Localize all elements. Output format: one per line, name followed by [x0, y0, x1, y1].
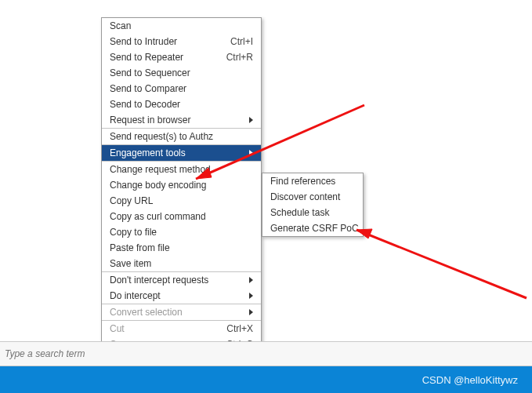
svg-line-2 [356, 230, 527, 298]
menu-item-label: Copy as curl command [110, 209, 206, 224]
submenu-item-label: Find references [270, 173, 335, 189]
menu-item-label: Convert selection [110, 304, 183, 320]
menu-item[interactable]: Do intercept [102, 288, 261, 304]
menu-item[interactable]: Send to IntruderCtrl+I [102, 34, 261, 49]
submenu-item-label: Generate CSRF PoC [270, 220, 359, 236]
menu-item-label: Send to Sequencer [110, 65, 190, 81]
submenu-arrow-icon [249, 150, 253, 156]
menu-item-label: Send request(s) to Authz [110, 129, 213, 144]
menu-item-shortcut: Ctrl+I [230, 34, 253, 49]
menu-item-label: Do intercept [110, 288, 161, 304]
menu-item-shortcut: Ctrl+R [226, 49, 253, 65]
menu-item[interactable]: Engagement tools [102, 145, 261, 161]
submenu-item[interactable]: Generate CSRF PoC [262, 220, 363, 236]
menu-item-shortcut: Ctrl+X [226, 321, 253, 337]
menu-item-label: Paste from file [110, 240, 170, 256]
menu-item: CutCtrl+X [102, 321, 261, 337]
submenu-arrow-icon [249, 309, 253, 315]
context-menu[interactable]: ScanSend to IntruderCtrl+ISend to Repeat… [101, 17, 262, 393]
menu-item-label: Send to Repeater [110, 49, 183, 65]
menu-item-label: Send to Comparer [110, 81, 186, 96]
menu-item[interactable]: Scan [102, 18, 261, 34]
menu-item-label: Request in browser [110, 112, 190, 128]
menu-item[interactable]: Send to Comparer [102, 81, 261, 96]
menu-item-label: Save item [110, 256, 151, 271]
menu-item[interactable]: Send to Decoder [102, 96, 261, 112]
menu-item[interactable]: Send request(s) to Authz [102, 129, 261, 144]
menu-item[interactable]: Send to RepeaterCtrl+R [102, 49, 261, 65]
submenu-item[interactable]: Discover content [262, 189, 363, 205]
submenu-item-label: Schedule task [270, 205, 329, 220]
watermark-text: CSDN @helloKittywz [422, 374, 518, 386]
search-bar [0, 341, 532, 366]
menu-item[interactable]: Save item [102, 256, 261, 271]
menu-item-label: Change request method [110, 162, 211, 177]
submenu-arrow-icon [249, 117, 253, 123]
menu-item: Convert selection [102, 304, 261, 320]
menu-item[interactable]: Paste from file [102, 240, 261, 256]
menu-item[interactable]: Copy URL [102, 193, 261, 209]
submenu-item[interactable]: Find references [262, 173, 363, 189]
bottom-area: CSDN @helloKittywz [0, 341, 532, 393]
status-bar: CSDN @helloKittywz [0, 366, 532, 393]
search-input[interactable] [5, 345, 114, 362]
menu-item[interactable]: Don't intercept requests [102, 272, 261, 288]
submenu-arrow-icon [249, 293, 253, 299]
menu-item-label: Copy URL [110, 193, 153, 209]
engagement-tools-submenu[interactable]: Find referencesDiscover contentSchedule … [262, 173, 364, 237]
menu-item[interactable]: Send to Sequencer [102, 65, 261, 81]
menu-item-label: Send to Decoder [110, 96, 180, 112]
menu-item-label: Engagement tools [110, 145, 186, 161]
submenu-item-label: Discover content [270, 189, 340, 205]
menu-item-label: Cut [110, 321, 125, 337]
menu-item-label: Don't intercept requests [110, 272, 208, 288]
menu-item[interactable]: Change body encoding [102, 177, 261, 193]
menu-item[interactable]: Copy to file [102, 224, 261, 240]
submenu-arrow-icon [249, 277, 253, 283]
menu-item-label: Scan [110, 18, 131, 34]
menu-item[interactable]: Copy as curl command [102, 209, 261, 224]
menu-item-label: Send to Intruder [110, 34, 177, 49]
menu-item[interactable]: Change request method [102, 162, 261, 177]
menu-item-label: Copy to file [110, 224, 157, 240]
submenu-item[interactable]: Schedule task [262, 205, 363, 220]
screenshot-stage: ScanSend to IntruderCtrl+ISend to Repeat… [0, 0, 532, 393]
menu-item-label: Change body encoding [110, 177, 206, 193]
menu-item[interactable]: Request in browser [102, 112, 261, 128]
